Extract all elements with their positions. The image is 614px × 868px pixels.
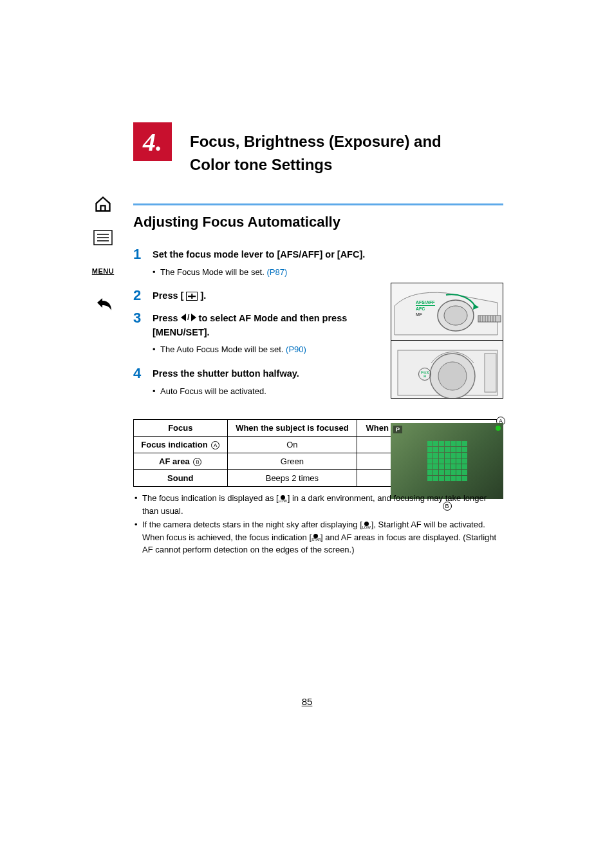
low-focus-icon: LOW: [362, 522, 371, 529]
step-title: Press [ ].: [153, 289, 368, 303]
star-focus-icon: STAR: [312, 534, 321, 542]
table-cell: Beeps 2 times: [227, 470, 357, 487]
low-focus-icon: LOW: [279, 495, 288, 503]
table-header: Focus: [134, 420, 228, 437]
step-title: Set the focus mode lever to [AFS/AFF] or…: [153, 248, 368, 262]
svg-rect-18: [485, 354, 496, 392]
divider: [133, 203, 503, 205]
step-3: 3 Press / to select AF Mode and then pre…: [133, 310, 368, 363]
step-1: 1 Set the focus mode lever to [AFS/AFF] …: [133, 246, 368, 285]
table-cell: On: [227, 437, 357, 453]
left-right-arrow-icon: /: [181, 312, 196, 326]
menu-link[interactable]: MENU: [92, 260, 114, 282]
figure-camera-dial: AFS/AFF AFC MF Fn3 ⊞: [391, 283, 503, 399]
toc-icon[interactable]: [92, 227, 114, 249]
step-bullet: Auto Focus will be activated.: [153, 385, 368, 398]
menu-label: MENU: [92, 267, 114, 275]
dial-label-afs-aff: AFS/AFF: [416, 299, 435, 306]
step-title: Press the shutter button halfway.: [153, 367, 368, 381]
svg-point-5: [444, 306, 467, 325]
focus-dot-icon: [496, 426, 501, 431]
chapter-number-badge: 4.: [133, 122, 172, 161]
home-icon[interactable]: [92, 193, 114, 215]
table-cell: AF area B: [134, 453, 228, 470]
step-number: 3: [133, 310, 153, 326]
back-icon[interactable]: [92, 294, 114, 316]
step-number: 2: [133, 287, 153, 304]
af-mode-icon: [186, 292, 198, 301]
svg-text:/: /: [187, 314, 190, 321]
step-bullet: The Auto Focus Mode will be set. (P90): [153, 343, 368, 356]
fn3-button-label: Fn3 ⊞: [418, 368, 431, 381]
page-link[interactable]: (P90): [286, 344, 306, 354]
footnote: If the camera detects stars in the night…: [133, 518, 503, 556]
chapter-title-line1: Focus, Brightness (Exposure) and: [190, 130, 505, 153]
marker-b-inline: B: [193, 458, 201, 466]
footnotes: The focus indication is displayed as [LO…: [133, 492, 503, 556]
svg-point-17: [438, 362, 467, 390]
page-link[interactable]: (P87): [266, 267, 287, 277]
table-cell: Sound: [134, 470, 228, 487]
step-title: Press / to select AF Mode and then press…: [153, 312, 368, 340]
svg-marker-19: [181, 314, 186, 321]
table-cell: Green: [227, 453, 357, 470]
step-bullet: The Focus Mode will be set. (P87): [153, 266, 368, 279]
af-area-grid: [427, 441, 467, 481]
mode-p-indicator: P: [393, 426, 402, 433]
section-title: Adjusting Focus Automatically: [133, 214, 503, 231]
chapter-title: Focus, Brightness (Exposure) and Color t…: [190, 130, 505, 176]
table-cell: Focus indication A: [134, 437, 228, 453]
step-number: 4: [133, 365, 153, 382]
chapter-number: 4.: [143, 127, 162, 157]
step-4: 4 Press the shutter button halfway. Auto…: [133, 365, 368, 404]
step-number: 1: [133, 246, 153, 263]
step-2: 2 Press [ ].: [133, 287, 368, 304]
dial-label-afc: AFC: [416, 306, 435, 312]
dial-label-mf: MF: [416, 312, 435, 317]
page-number[interactable]: 85: [302, 696, 313, 707]
marker-a-inline: A: [211, 441, 219, 449]
svg-rect-7: [478, 316, 501, 322]
svg-marker-21: [191, 314, 196, 321]
table-header: When the subject is focused: [227, 420, 357, 437]
chapter-title-line2: Color tone Settings: [190, 153, 505, 176]
footnote: The focus indication is displayed as [LO…: [133, 492, 503, 517]
sidebar: MENU: [87, 193, 119, 316]
